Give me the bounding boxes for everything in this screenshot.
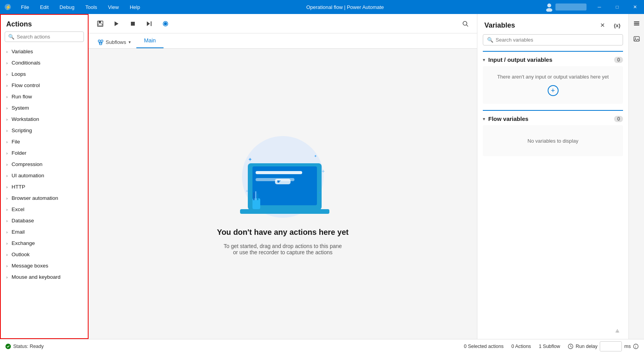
app-body: Actions 🔍 › Variables › Conditionals › L… (0, 14, 644, 353)
tab-main[interactable]: Main (136, 33, 164, 48)
chevron-icon: › (6, 207, 8, 212)
canvas-empty-subtitle: To get started, drag and drop actions to… (224, 243, 342, 255)
selected-actions-count: 0 Selected actions (464, 344, 503, 349)
run-button[interactable] (110, 17, 124, 31)
svg-rect-37 (257, 194, 258, 200)
action-label: Conditionals (12, 60, 40, 66)
chevron-icon: › (6, 117, 8, 122)
image-svg-icon (633, 35, 640, 42)
save-button[interactable] (93, 17, 107, 31)
search-variables-input[interactable] (496, 37, 619, 43)
chevron-icon: › (6, 264, 8, 268)
chevron-icon: › (6, 140, 8, 144)
action-item-variables[interactable]: › Variables (1, 46, 88, 57)
action-label: File (12, 139, 20, 145)
variables-title: Variables (484, 21, 515, 30)
action-item-run-flow[interactable]: › Run flow (1, 91, 88, 102)
next-step-button[interactable] (142, 17, 156, 31)
action-item-exchange[interactable]: › Exchange (1, 238, 88, 249)
chevron-icon: › (6, 94, 8, 99)
clock-icon (568, 344, 573, 349)
canvas-search-button[interactable] (458, 17, 472, 31)
variables-close-button[interactable]: ✕ (597, 19, 608, 31)
svg-line-45 (571, 346, 572, 347)
variables-settings-button[interactable]: {x} (611, 19, 623, 31)
action-item-mouse-keyboard[interactable]: › Mouse and keyboard (1, 271, 88, 283)
flow-variables-empty-text: No variables to display (527, 138, 578, 144)
svg-text:⚡: ⚡ (5, 4, 12, 10)
svg-rect-6 (98, 24, 102, 26)
action-item-compression[interactable]: › Compression (1, 159, 88, 170)
svg-rect-16 (101, 40, 103, 42)
action-label: Outlook (12, 252, 30, 257)
action-label: Compression (12, 161, 43, 167)
svg-rect-15 (98, 40, 100, 42)
svg-point-3 (546, 8, 552, 12)
io-variables-content: There aren't any input or output variabl… (483, 66, 623, 104)
variables-panel: Variables ✕ {x} 🔍 ▾ Input / output varia… (477, 14, 628, 339)
variables-search-box[interactable]: 🔍 (483, 34, 623, 45)
stop-button[interactable] (126, 17, 140, 31)
image-icon[interactable] (630, 33, 643, 45)
menu-tools[interactable]: Tools (80, 0, 103, 14)
action-item-file[interactable]: › File (1, 136, 88, 147)
action-item-folder[interactable]: › Folder (1, 147, 88, 159)
input-output-variables-section: ▾ Input / output variables 0 There aren'… (483, 51, 623, 104)
action-item-message-boxes[interactable]: › Message boxes (1, 260, 88, 271)
action-item-excel[interactable]: › Excel (1, 204, 88, 215)
run-delay-input[interactable]: 100 (600, 342, 621, 351)
action-label: Database (12, 218, 34, 224)
flow-variables-header[interactable]: ▾ Flow variables 0 (483, 111, 623, 125)
input-output-variables-header[interactable]: ▾ Input / output variables 0 (483, 52, 623, 66)
tabs-bar: Subflows ▾ Main (89, 33, 477, 49)
action-item-email[interactable]: › Email (1, 226, 88, 238)
action-item-system[interactable]: › System (1, 102, 88, 114)
app-icon: ⚡ (0, 3, 16, 11)
svg-text:☛: ☛ (277, 179, 281, 184)
user-name (555, 3, 587, 10)
menu-help[interactable]: Help (124, 0, 146, 14)
menu-view[interactable]: View (103, 0, 124, 14)
eraser-button[interactable]: ⟁ (611, 324, 623, 336)
minimize-button[interactable]: ─ (590, 0, 608, 14)
layers-svg-icon (633, 20, 640, 27)
action-item-flow-control[interactable]: › Flow control (1, 80, 88, 91)
action-item-outlook[interactable]: › Outlook (1, 249, 88, 260)
search-actions-input[interactable] (17, 34, 80, 40)
svg-marker-7 (115, 21, 118, 26)
svg-text:✦: ✦ (318, 190, 322, 196)
menu-file[interactable]: File (16, 0, 35, 14)
chevron-icon: › (6, 252, 8, 257)
action-item-conditionals[interactable]: › Conditionals (1, 57, 88, 68)
chevron-icon: › (6, 241, 8, 246)
canvas-empty-title: You don't have any actions here yet (217, 228, 349, 237)
subflows-dropdown[interactable]: Subflows ▾ (92, 36, 136, 48)
svg-text:i: i (635, 345, 636, 349)
record-button[interactable] (158, 17, 172, 31)
action-item-loops[interactable]: › Loops (1, 68, 88, 80)
canvas-main: ☛ ✦ ✦ + + ✦ You don't have any act (89, 49, 477, 339)
close-button[interactable]: ✕ (626, 0, 644, 14)
actions-panel: Actions 🔍 › Variables › Conditionals › L… (0, 14, 89, 339)
empty-state-illustration: ☛ ✦ ✦ + + ✦ (225, 132, 341, 222)
add-io-variable-button[interactable]: + (548, 85, 559, 96)
search-actions-box[interactable]: 🔍 (5, 31, 84, 42)
chevron-icon: › (6, 173, 8, 178)
menu-edit[interactable]: Edit (35, 0, 54, 14)
maximize-button[interactable]: □ (608, 0, 626, 14)
svg-text:✦: ✦ (314, 154, 317, 158)
menu-debug[interactable]: Debug (54, 0, 80, 14)
action-label: Mouse and keyboard (12, 274, 61, 280)
layers-icon[interactable] (630, 17, 643, 30)
content-area: Actions 🔍 › Variables › Conditionals › L… (0, 14, 644, 339)
action-label: Loops (12, 71, 26, 77)
action-item-workstation[interactable]: › Workstation (1, 114, 88, 125)
chevron-icon: › (6, 275, 8, 280)
action-item-browser-automation[interactable]: › Browser automation (1, 192, 88, 204)
action-item-database[interactable]: › Database (1, 215, 88, 226)
run-delay-stepper: 100 (600, 341, 622, 351)
action-item-scripting[interactable]: › Scripting (1, 125, 88, 136)
action-item-http[interactable]: › HTTP (1, 181, 88, 192)
action-item-ui-automation[interactable]: › UI automation (1, 170, 88, 181)
window-controls: ─ □ ✕ (590, 0, 644, 14)
